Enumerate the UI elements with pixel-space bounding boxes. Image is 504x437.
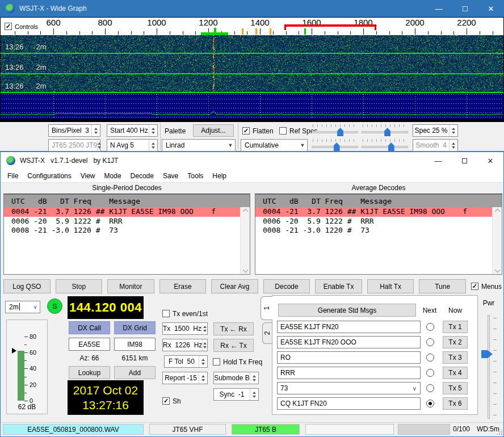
palette-combo[interactable]: Linrad ▼ [162,139,236,152]
close-icon[interactable]: ✕ [478,0,504,17]
decode-row[interactable]: 0008 -21 -3.0 1220 # 73 [255,226,492,236]
spinner-arrows-icon[interactable] [250,389,258,400]
dx-grid-field[interactable]: IM98 [114,338,156,351]
tx-freq-spinner[interactable]: Tx 1500 Hz [162,322,208,335]
add-button[interactable]: Add [114,366,156,379]
tx-next-radio-6[interactable] [426,400,434,407]
tab-1[interactable]: 1 [261,296,272,320]
waterfall-gain-slider[interactable] [312,124,358,136]
rx-from-tx-button[interactable]: Rx ← Tx [213,339,254,352]
enable-tx-button[interactable]: Enable Tx [315,279,362,293]
waterfall-spectrum-canvas[interactable] [1,35,503,121]
scrollbar[interactable] [240,207,250,274]
spinner-arrows-icon[interactable] [149,125,157,136]
menu-view[interactable]: View [76,170,100,182]
scroll-down-icon[interactable] [242,267,248,273]
submode-spinner[interactable]: Submode B [213,372,259,384]
clear-avg-button[interactable]: Clear Avg [211,279,258,293]
stop-button[interactable]: Stop [56,279,103,293]
sh-checkbox[interactable]: Sh [162,397,181,405]
tx-next-radio-4[interactable] [426,369,434,377]
maximize-icon[interactable] [451,152,477,169]
spectrum-gain-slider[interactable] [312,138,358,151]
spinner-arrows-icon[interactable] [250,372,258,384]
decode-list[interactable]: 0004 -21 3.7 1226 ## K1JT EA5SE IM98 OOO… [4,207,240,274]
tx-message-field-5[interactable]: 73∨ [277,382,421,394]
erase-button[interactable]: Erase [159,279,207,293]
spinner-arrows-icon[interactable] [201,323,207,334]
pwr-slider-thumb[interactable] [481,350,493,358]
menu-decode[interactable]: Decode [126,170,158,182]
waterfall-zero-slider[interactable] [362,124,408,136]
ftol-spinner[interactable]: F Tol 50 [164,355,208,368]
decode-list[interactable]: 0004 -21 3.7 1226 ## K1JT EA5SE IM98 OOO… [255,207,492,274]
minimize-icon[interactable]: — [425,152,451,169]
menu-mode[interactable]: Mode [100,170,126,182]
spinner-arrows-icon[interactable] [199,372,207,384]
pwr-slider[interactable] [488,315,490,419]
menus-checkbox[interactable]: Menus [471,282,502,291]
spectrum-zero-slider[interactable] [362,138,408,151]
tx-message-field-3[interactable]: RO [277,351,421,364]
spinner-arrows-icon[interactable] [91,125,100,136]
generate-std-msgs-button[interactable]: Generate Std Msgs [278,304,416,317]
bins-pixel-spinner[interactable]: Bins/Pixel 3 [48,124,100,137]
sync-spinner[interactable]: Sync -1 [213,388,259,401]
close-icon[interactable]: ✕ [477,152,503,169]
rx-freq-spinner[interactable]: Rx 1226 Hz [162,339,208,351]
tx-next-radio-1[interactable] [426,323,434,331]
spinner-arrows-icon[interactable] [449,125,457,136]
monitor-button[interactable]: Monitor [107,279,154,293]
decode-button[interactable]: Decode [263,279,310,293]
halt-tx-button[interactable]: Halt Tx [367,279,414,293]
tx-message-field-6[interactable]: CQ K1JT FN20 [277,397,421,410]
tx-next-radio-3[interactable] [426,354,434,362]
dx-call-field[interactable]: EA5SE [69,338,110,351]
log-qso-button[interactable]: Log QSO [3,279,51,293]
minimize-icon[interactable]: — [426,0,452,17]
tx-now-button-4[interactable]: Tx 4 [443,367,468,379]
scroll-down-icon[interactable] [494,267,500,273]
tune-button[interactable]: Tune [419,279,466,293]
frequency-scale[interactable]: Controls 6008001000120014001600180020002… [1,18,503,35]
menu-configurations[interactable]: Configurations [23,170,75,182]
slider-thumb[interactable] [337,128,343,136]
decode-row[interactable]: 0006 -20 5.9 1222 # RRR [255,217,492,226]
tab-2[interactable]: 2 [262,322,272,344]
tx-from-rx-button[interactable]: Tx ← Rx [213,322,254,335]
start-freq-spinner[interactable]: Start 400 Hz [107,124,158,137]
decode-row[interactable]: 0004 -21 3.7 1226 ## K1JT EA5SE IM98 OOO… [255,207,492,217]
tx-message-field-4[interactable]: RRR [277,367,421,379]
slider-thumb[interactable] [384,128,390,136]
scroll-up-icon[interactable] [494,209,500,215]
lookup-button[interactable]: Lookup [69,366,110,379]
menu-file[interactable]: File [3,170,23,182]
tx-now-button-5[interactable]: Tx 5 [443,382,468,394]
tx-message-field-2[interactable]: EA5SE K1JT FN20 OOO [277,336,421,348]
controls-checkbox[interactable]: Controls [5,22,38,31]
status-s-indicator[interactable]: S [47,299,62,314]
menu-tools[interactable]: Tools [183,170,208,182]
spinner-arrows-icon[interactable] [149,140,157,151]
wide-graph-titlebar[interactable]: WSJT-X - Wide Graph — ✕ [0,0,504,17]
tx-now-button-3[interactable]: Tx 3 [443,351,468,364]
slider-thumb[interactable] [334,142,340,151]
band-select-combo[interactable]: 2m ∨ [5,301,40,313]
tx-message-field-1[interactable]: EA5SE K1JT FN20 [277,321,421,333]
tx-now-button-6[interactable]: Tx 6 [443,397,468,410]
spinner-arrows-icon[interactable] [199,356,207,367]
adjust-palette-button[interactable]: Adjust... [193,124,234,137]
tx-even-checkbox[interactable]: Tx even/1st [162,309,208,318]
decode-row[interactable]: 0006 -20 5.9 1222 # RRR [4,217,240,226]
menu-help[interactable]: Help [208,170,231,182]
tx-next-radio-5[interactable] [426,384,434,392]
report-spinner[interactable]: Report -15 [162,372,208,384]
spinner-arrows-icon[interactable] [202,339,207,351]
decode-row[interactable]: 0004 -21 3.7 1226 ## K1JT EA5SE IM98 OOO… [4,207,240,217]
flatten-checkbox[interactable]: Flatten [242,127,274,135]
main-titlebar[interactable]: WSJT-X v1.7.1-devel by K1JT — ✕ [1,152,503,169]
spec-percent-spinner[interactable]: Spec 25 % [413,124,458,137]
tx-next-radio-2[interactable] [426,338,434,346]
tx-now-button-2[interactable]: Tx 2 [443,336,468,348]
scrollbar[interactable] [492,207,502,274]
